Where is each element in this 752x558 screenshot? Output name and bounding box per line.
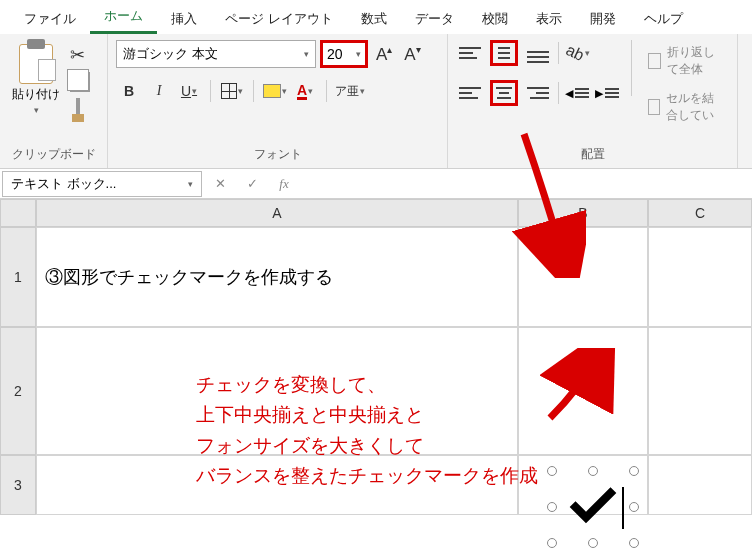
tab-formulas[interactable]: 数式: [347, 2, 401, 34]
tab-review[interactable]: 校閲: [468, 2, 522, 34]
cell-A1[interactable]: ③図形でチェックマークを作成する: [36, 227, 518, 327]
separator: [210, 80, 211, 102]
paste-icon: [19, 44, 53, 84]
group-alignment: ab▾ ◀ ▶ 折り返して全体 セルを: [448, 34, 738, 168]
italic-button[interactable]: I: [146, 78, 172, 104]
annotation-line-3: フォンサイズを大きくして: [196, 431, 538, 461]
annotation-line-4: バランスを整えたチェックマークを作成: [196, 461, 538, 491]
merge-center-button[interactable]: セルを結合してい: [644, 86, 729, 128]
copy-button[interactable]: [70, 72, 90, 92]
font-name-select[interactable]: 游ゴシック 本文 ▾: [116, 40, 316, 68]
phonetic-button[interactable]: ア亜▾: [335, 78, 365, 104]
annotation-arrow-down: [506, 128, 586, 278]
separator: [253, 80, 254, 102]
resize-handle-mr[interactable]: [629, 502, 639, 512]
wrap-label: 折り返して全体: [667, 44, 725, 78]
borders-button[interactable]: ▾: [219, 78, 245, 104]
align-bottom-button[interactable]: [524, 40, 552, 66]
font-size-value: 20: [327, 46, 343, 62]
name-box[interactable]: テキスト ボック... ▾: [2, 171, 202, 197]
tab-view[interactable]: 表示: [522, 2, 576, 34]
chevron-down-icon: ▾: [356, 49, 361, 59]
ribbon-tabs: ファイル ホーム 挿入 ページ レイアウト 数式 データ 校閲 表示 開発 ヘル…: [0, 0, 752, 34]
border-icon: [221, 83, 237, 99]
decrease-indent-button[interactable]: ◀: [565, 87, 589, 100]
decrease-font-button[interactable]: A▾: [400, 42, 424, 67]
font-name-value: 游ゴシック 本文: [123, 45, 218, 63]
formula-bar: テキスト ボック... ▾ ✕ ✓ fx: [0, 169, 752, 199]
group-label-font: フォント: [116, 143, 439, 166]
group-clipboard: 貼り付け ▾ ✂ クリップボード: [0, 34, 108, 168]
checkmark-shape[interactable]: [552, 471, 634, 543]
chevron-down-icon: ▾: [34, 105, 39, 115]
tab-file[interactable]: ファイル: [10, 2, 90, 34]
insert-function-button[interactable]: fx: [268, 176, 300, 192]
font-color-icon: A: [297, 83, 307, 100]
tab-page-layout[interactable]: ページ レイアウト: [211, 2, 347, 34]
chevron-down-icon: ▾: [304, 49, 309, 59]
font-size-select[interactable]: 20 ▾: [320, 40, 368, 68]
annotation-line-2: 上下中央揃えと中央揃えと: [196, 400, 538, 430]
resize-handle-tl[interactable]: [547, 466, 557, 476]
format-painter-button[interactable]: [76, 98, 80, 116]
row-header-1[interactable]: 1: [0, 227, 36, 327]
tab-data[interactable]: データ: [401, 2, 468, 34]
resize-handle-tm[interactable]: [588, 466, 598, 476]
tab-insert[interactable]: 挿入: [157, 2, 211, 34]
enter-button[interactable]: ✓: [236, 176, 268, 191]
align-center-button[interactable]: [490, 80, 518, 106]
separator: [631, 40, 632, 96]
tab-developer[interactable]: 開発: [576, 2, 630, 34]
orientation-button[interactable]: ab▾: [565, 40, 591, 66]
column-header-A[interactable]: A: [36, 199, 518, 227]
resize-handle-ml[interactable]: [547, 502, 557, 512]
group-label-alignment: 配置: [456, 143, 729, 166]
wrap-icon: [648, 53, 661, 69]
group-font: 游ゴシック 本文 ▾ 20 ▾ A▴ A▾ B I U▾ ▾ ▾ A▾: [108, 34, 448, 168]
fill-color-button[interactable]: ▾: [262, 78, 288, 104]
resize-handle-tr[interactable]: [629, 466, 639, 476]
align-top-button[interactable]: [456, 40, 484, 66]
align-middle-button[interactable]: [490, 40, 518, 66]
wrap-text-button[interactable]: 折り返して全体: [644, 40, 729, 82]
resize-handle-bm[interactable]: [588, 538, 598, 548]
ribbon: 貼り付け ▾ ✂ クリップボード 游ゴシック 本文 ▾ 20 ▾: [0, 34, 752, 169]
annotation-text: チェックを変換して、 上下中央揃えと中央揃えと フォンサイズを大きくして バラン…: [196, 370, 538, 492]
select-all-button[interactable]: [0, 199, 36, 227]
cell-C3[interactable]: [648, 455, 752, 515]
separator: [558, 42, 559, 64]
cell-C2[interactable]: [648, 327, 752, 455]
chevron-down-icon: ▾: [188, 179, 193, 189]
row-header-3[interactable]: 3: [0, 455, 36, 515]
merge-icon: [648, 99, 660, 115]
merge-label: セルを結合してい: [666, 90, 725, 124]
underline-button[interactable]: U▾: [176, 78, 202, 104]
increase-indent-button[interactable]: ▶: [595, 87, 619, 100]
cell-C1[interactable]: [648, 227, 752, 327]
row-header-2[interactable]: 2: [0, 327, 36, 455]
name-box-value: テキスト ボック...: [11, 175, 116, 193]
paste-label: 貼り付け: [12, 86, 60, 103]
align-left-button[interactable]: [456, 80, 484, 106]
tab-help[interactable]: ヘルプ: [630, 2, 697, 34]
annotation-line-1: チェックを変換して、: [196, 370, 538, 400]
column-header-C[interactable]: C: [648, 199, 752, 227]
orientation-icon: ab: [563, 41, 587, 65]
resize-handle-bl[interactable]: [547, 538, 557, 548]
fill-icon: [263, 84, 281, 98]
increase-font-button[interactable]: A▴: [372, 42, 396, 67]
separator: [326, 80, 327, 102]
resize-handle-br[interactable]: [629, 538, 639, 548]
cancel-button[interactable]: ✕: [204, 176, 236, 191]
annotation-arrow-up: [540, 348, 620, 428]
text-cursor: [622, 487, 624, 529]
tab-home[interactable]: ホーム: [90, 0, 157, 34]
bold-button[interactable]: B: [116, 78, 142, 104]
group-label-clipboard: クリップボード: [8, 143, 99, 166]
align-right-button[interactable]: [524, 80, 552, 106]
cut-button[interactable]: ✂: [70, 44, 90, 66]
paste-button[interactable]: 貼り付け ▾: [8, 40, 64, 119]
separator: [558, 82, 559, 104]
font-color-button[interactable]: A▾: [292, 78, 318, 104]
